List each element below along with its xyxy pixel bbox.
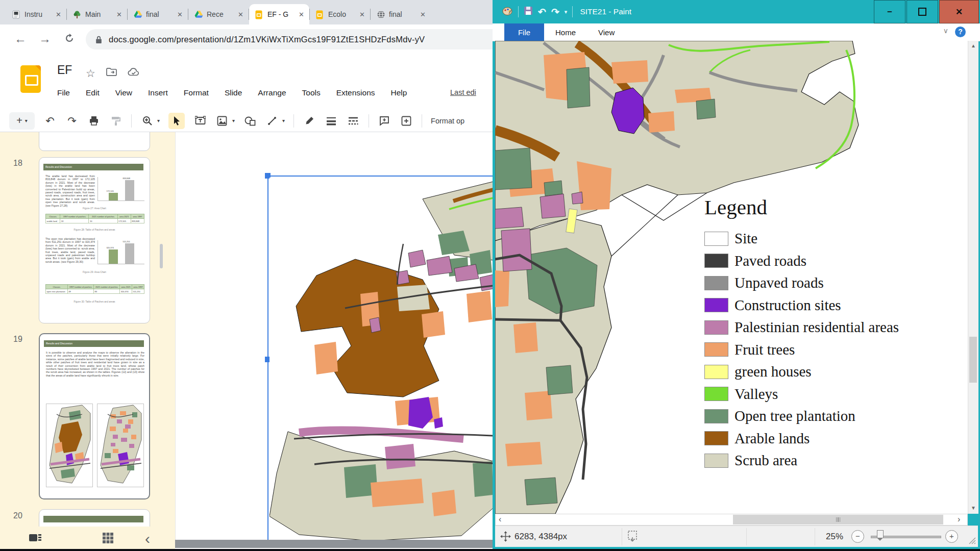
paint-format-button[interactable] (109, 113, 122, 129)
browser-tab-ef-g[interactable]: EF - G✕ (249, 4, 309, 24)
tab-close-icon[interactable]: ✕ (237, 11, 244, 18)
slide-18-thumbnail[interactable]: Results and Discussion The arable land h… (39, 157, 150, 323)
reload-button[interactable] (63, 32, 76, 46)
tab-close-icon[interactable]: ✕ (358, 11, 366, 18)
menu-arrange[interactable]: Arrange (257, 87, 287, 99)
collapse-panel-icon[interactable]: ‹ (145, 534, 150, 544)
filmstrip-view-icon[interactable] (29, 532, 42, 545)
slide-19-thumbnail-selected[interactable]: Results and Discussion It is possible to… (39, 333, 150, 499)
ribbon-collapse-icon[interactable]: ∨ (943, 27, 948, 35)
border-weight-button[interactable] (325, 113, 338, 129)
scroll-up-icon[interactable]: ▲ (968, 43, 978, 48)
menu-extensions[interactable]: Extensions (335, 87, 376, 99)
zoom-out-button[interactable]: − (851, 530, 864, 543)
undo-button[interactable]: ↶ (538, 6, 546, 18)
zoom-slider-handle[interactable] (877, 530, 884, 538)
slide-map-image[interactable] (270, 178, 493, 540)
last-edit-link[interactable]: Last edi (450, 88, 476, 96)
border-dash-button[interactable] (347, 113, 360, 129)
text-box-button[interactable] (193, 113, 207, 129)
shape-button[interactable] (243, 113, 257, 129)
browser-tab-final[interactable]: final✕ (371, 4, 431, 24)
resize-grip[interactable] (969, 537, 976, 546)
filmstrip-scrollbar[interactable] (160, 244, 163, 268)
line-caret-icon[interactable]: ▾ (282, 118, 285, 123)
cloud-status-icon[interactable] (128, 67, 140, 79)
redo-button[interactable]: ↷ (551, 6, 559, 18)
paint-tab-home[interactable]: Home (544, 23, 587, 41)
slides-icon (316, 10, 325, 19)
scroll-down-icon[interactable]: ▼ (968, 505, 978, 511)
slide19-map-1997 (46, 404, 93, 487)
legend-label: Open tree plantation (734, 408, 855, 424)
tab-close-icon[interactable]: ✕ (176, 11, 184, 18)
slide-canvas[interactable] (175, 132, 493, 540)
vertical-scroll-thumb[interactable] (969, 337, 977, 383)
comment-button[interactable] (378, 113, 391, 129)
zoom-button[interactable] (140, 113, 154, 129)
horizontal-scrollbar[interactable]: ‹ › (495, 514, 968, 525)
horizontal-scroll-thumb[interactable] (733, 515, 943, 524)
browser-tab-final[interactable]: final✕ (128, 4, 188, 24)
slide18-paragraph2: The open tree plantation has decreased f… (45, 237, 95, 263)
tab-close-icon[interactable]: ✕ (419, 11, 427, 18)
browser-tab-strip: Instru✕Main✕final✕Rece✕EF - G✕Ecolo✕fina… (0, 0, 493, 24)
paint-tab-file[interactable]: File (504, 23, 544, 41)
slide-17-thumbnail-partial[interactable] (39, 132, 150, 151)
minimize-button[interactable]: – (874, 0, 905, 23)
slide-number: 19 (13, 335, 34, 344)
tab-close-icon[interactable]: ✕ (55, 11, 62, 18)
browser-tab-ecolo[interactable]: Ecolo✕ (310, 4, 370, 24)
slides-logo-icon[interactable] (20, 65, 41, 93)
undo-button[interactable]: ↶ (43, 113, 57, 129)
forward-button[interactable]: → (39, 32, 51, 46)
menu-edit[interactable]: Edit (85, 87, 101, 99)
save-button[interactable] (524, 6, 533, 17)
vertical-scrollbar[interactable]: ▲ ▼ (968, 41, 978, 514)
move-folder-icon[interactable] (106, 67, 117, 79)
menu-help[interactable]: Help (390, 87, 408, 99)
new-slide-button[interactable]: +▾ (9, 112, 35, 130)
customize-quick-access-icon[interactable]: ▾ (565, 9, 568, 15)
paint-tab-view[interactable]: View (587, 23, 626, 41)
browser-tab-instru[interactable]: Instru✕ (6, 4, 66, 24)
print-button[interactable] (87, 113, 101, 129)
menu-file[interactable]: File (56, 87, 71, 99)
close-button[interactable]: ✕ (939, 0, 979, 23)
insert-chart-button[interactable] (400, 113, 413, 129)
grid-view-icon[interactable] (102, 532, 113, 545)
slide18-chart2-caption: Figure 29: Area Chart (39, 271, 150, 273)
insert-image-button[interactable] (215, 113, 229, 129)
paint-title-bar[interactable]: ↶ ↷ ▾ SITE21 - Paint – ✕ (493, 0, 980, 23)
border-color-button[interactable] (303, 113, 316, 129)
back-button[interactable]: ← (14, 32, 27, 46)
select-tool-button[interactable] (168, 113, 185, 129)
tab-title: final (389, 10, 415, 18)
maximize-button[interactable] (906, 0, 938, 23)
legend-rows: SitePaved roadsUnpaved roadsConstruction… (704, 228, 929, 472)
star-icon[interactable]: ☆ (86, 67, 95, 80)
zoom-caret-icon[interactable]: ▾ (157, 118, 160, 123)
menu-tools[interactable]: Tools (301, 87, 322, 99)
image-caret-icon[interactable]: ▾ (232, 118, 235, 123)
address-bar[interactable]: docs.google.com/presentation/d/1Zm1VKiWx… (86, 29, 493, 49)
help-icon[interactable]: ? (955, 27, 966, 37)
browser-tab-rece[interactable]: Rece✕ (188, 4, 249, 24)
tab-close-icon[interactable]: ✕ (298, 11, 305, 18)
tab-close-icon[interactable]: ✕ (115, 11, 123, 18)
browser-tab-main[interactable]: Main✕ (67, 4, 127, 24)
legend-swatch-fruit (704, 342, 728, 357)
menu-insert[interactable]: Insert (147, 87, 169, 99)
scroll-right-icon[interactable]: › (958, 515, 960, 524)
legend-label: Palestinian residential areas (734, 319, 899, 336)
scroll-left-icon[interactable]: ‹ (499, 515, 501, 524)
paint-canvas[interactable]: Legend SitePaved roadsUnpaved roadsConst… (495, 41, 968, 514)
redo-button[interactable]: ↷ (65, 113, 79, 129)
menu-slide[interactable]: Slide (224, 87, 243, 99)
menu-format[interactable]: Format (183, 87, 210, 99)
line-tool-button[interactable] (265, 113, 279, 129)
document-title[interactable]: EF (57, 63, 72, 77)
menu-view[interactable]: View (114, 87, 133, 99)
format-options-button[interactable]: Format op (431, 117, 464, 125)
zoom-in-button[interactable]: + (945, 530, 958, 543)
